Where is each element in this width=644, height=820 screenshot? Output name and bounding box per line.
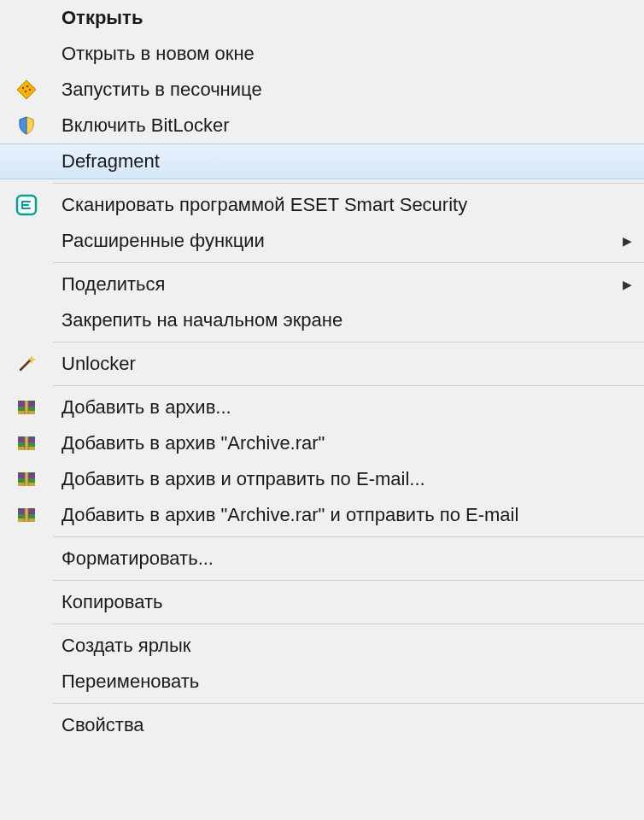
menu-item-label: Поделиться — [53, 273, 610, 296]
shield-icon — [0, 115, 53, 136]
menu-item-label: Переименовать — [53, 671, 610, 693]
menu-item-label: Расширенные функции — [53, 230, 610, 252]
winrar-icon — [0, 432, 53, 454]
menu-item-label: Копировать — [53, 591, 610, 613]
menu-item-label: Закрепить на начальном экране — [53, 309, 610, 331]
svg-point-3 — [25, 91, 26, 92]
sandbox-icon — [0, 79, 53, 101]
menu-item-label: Включить BitLocker — [53, 114, 610, 137]
svg-point-2 — [26, 85, 28, 87]
svg-rect-18 — [25, 436, 28, 450]
menu-item-label: Добавить в архив... — [53, 396, 610, 419]
menu-item-label: Форматировать... — [53, 548, 610, 570]
menu-item-advanced[interactable]: Расширенные функции▶ — [0, 223, 644, 259]
svg-rect-25 — [25, 472, 28, 486]
winrar-icon — [0, 468, 53, 490]
menu-separator — [53, 536, 644, 537]
menu-item-open-new-window[interactable]: Открыть в новом окне — [0, 36, 644, 72]
menu-item-label: Открыть — [53, 7, 610, 29]
menu-item-defragment[interactable]: Defragment — [0, 144, 644, 179]
menu-item-pin-start[interactable]: Закрепить на начальном экране — [0, 302, 644, 338]
svg-line-6 — [20, 360, 31, 370]
context-menu: ОткрытьОткрыть в новом окнеЗапустить в п… — [0, 0, 644, 820]
svg-rect-32 — [25, 508, 28, 522]
menu-item-format[interactable]: Форматировать... — [0, 541, 644, 577]
menu-item-label: Unlocker — [53, 353, 610, 375]
svg-point-4 — [29, 89, 31, 91]
menu-item-label: Добавить в архив "Archive.rar" и отправи… — [53, 504, 610, 526]
menu-separator — [53, 183, 644, 184]
menu-item-label: Сканировать программой ESET Smart Securi… — [53, 194, 610, 216]
submenu-arrow-icon: ▶ — [610, 278, 644, 291]
menu-item-bitlocker[interactable]: Включить BitLocker — [0, 108, 644, 144]
menu-item-add-archive-rar[interactable]: Добавить в архив "Archive.rar" — [0, 425, 644, 461]
winrar-icon — [0, 504, 53, 526]
menu-separator — [53, 385, 644, 386]
menu-item-eset-scan[interactable]: Сканировать программой ESET Smart Securi… — [0, 187, 644, 223]
menu-separator — [53, 580, 644, 581]
menu-item-label: Добавить в архив и отправить по E-mail..… — [53, 468, 610, 490]
svg-marker-0 — [17, 80, 36, 99]
menu-item-archive-email[interactable]: Добавить в архив и отправить по E-mail..… — [0, 461, 644, 497]
menu-item-properties[interactable]: Свойства — [0, 707, 644, 743]
menu-item-run-sandbox[interactable]: Запустить в песочнице — [0, 72, 644, 108]
menu-item-open[interactable]: Открыть — [0, 0, 644, 36]
winrar-icon — [0, 396, 53, 419]
menu-item-label: Запустить в песочнице — [53, 79, 610, 101]
menu-item-label: Открыть в новом окне — [53, 43, 610, 65]
menu-item-label: Добавить в архив "Archive.rar" — [53, 432, 610, 454]
svg-point-1 — [22, 87, 24, 89]
menu-item-copy[interactable]: Копировать — [0, 584, 644, 620]
menu-separator — [53, 262, 644, 263]
menu-item-rename[interactable]: Переименовать — [0, 664, 644, 700]
menu-item-label: Создать ярлык — [53, 635, 610, 657]
menu-item-label: Defragment — [53, 150, 610, 173]
menu-item-share[interactable]: Поделиться▶ — [0, 266, 644, 302]
wand-icon — [0, 353, 53, 375]
menu-separator — [53, 342, 644, 343]
eset-icon — [0, 194, 53, 216]
menu-item-add-archive[interactable]: Добавить в архив... — [0, 390, 644, 425]
menu-item-shortcut[interactable]: Создать ярлык — [0, 628, 644, 664]
submenu-arrow-icon: ▶ — [610, 234, 644, 248]
menu-item-unlocker[interactable]: Unlocker — [0, 346, 644, 382]
menu-separator — [53, 624, 644, 624]
menu-item-archive-rar-email[interactable]: Добавить в архив "Archive.rar" и отправи… — [0, 497, 644, 533]
svg-rect-11 — [25, 401, 28, 414]
menu-separator — [53, 703, 644, 704]
menu-item-label: Свойства — [53, 714, 610, 736]
